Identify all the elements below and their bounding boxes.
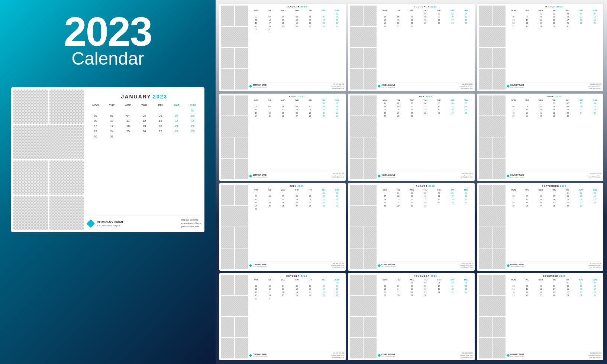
mini-day-header: SUN [459,9,473,12]
mini-month-name: MAY [419,95,425,98]
mini-footer: COMPANY NAMEyour company slogan000 000 0… [507,261,601,269]
company-info-block: COMPANY NAME your company slogan [97,220,124,227]
photo-pair [221,69,248,90]
photo-placeholder [493,338,506,358]
mini-day: 27 [520,114,534,117]
mini-month-name: SEPTEMBER [542,185,559,187]
mini-day: 18 [432,198,446,201]
mini-day: 08 [317,105,330,108]
mini-day: 12 [378,19,391,22]
mini-day [432,207,446,208]
photo-placeholder [493,95,506,116]
mini-day: 25 [575,22,588,25]
mini-company-slogan: your company slogan [510,86,524,88]
mini-day: 28 [548,294,561,297]
mini-month-name: DECEMBER [543,275,558,277]
calendar-day: 10 [104,118,120,123]
mini-footer: COMPANY NAMEyour company slogan000 000 0… [507,172,601,179]
mini-day: 13 [459,195,473,198]
mini-day: 11 [263,198,276,201]
mini-day: 14 [459,105,473,108]
calendar-day: 29 [185,129,201,134]
mini-footer: COMPANY NAMEyour company slogan000 000 0… [249,261,344,269]
mini-day: 06 [304,285,317,287]
mini-day-header: FRI [561,278,574,281]
mini-day [588,204,601,207]
mini-day: 18 [277,291,290,294]
mini-day: 13 [290,108,303,111]
mini-day-header: WED [277,9,290,12]
mini-day [304,297,317,300]
mini-day: 23 [330,201,344,204]
mini-photo-grid [350,185,377,269]
mini-day-header: SAT [446,99,459,102]
photo-placeholder [479,116,506,137]
mini-day: 21 [548,291,561,294]
calendar-day [136,108,152,113]
mini-day [304,192,317,195]
mini-month-name: JULY [290,185,297,187]
photo-placeholder [350,137,363,158]
photo-placeholder [235,69,248,90]
calendar-day: 19 [136,124,152,129]
mini-month-header: MAY 2023 [378,95,472,98]
mini-phone: 000 000 000 000 [331,173,344,175]
mini-day: 05 [277,195,290,198]
mini-day: 26 [378,25,391,28]
mini-day: 06 [392,15,405,18]
mini-company-name: COMPANY NAME [510,354,524,355]
mini-day: 06 [520,105,534,108]
mini-month-name: OCTOBER [286,275,300,277]
mini-day [446,207,459,208]
mini-day: 13 [304,287,317,290]
mini-footer: COMPANY NAMEyour company slogan000 000 0… [507,82,601,90]
mini-day-header: SAT [317,9,330,12]
mini-day: 07 [405,15,419,18]
mini-day [330,297,344,300]
mini-day: 06 [378,285,391,287]
mini-day [304,12,317,15]
mini-day: 15 [561,198,574,201]
mini-day-header: THU [419,188,432,191]
mini-day [520,192,534,195]
photo-placeholder [235,338,248,358]
mini-photo-grid [350,95,377,179]
calendar-day [152,108,168,113]
mini-day [548,192,561,195]
mini-day-header: SAT [575,278,588,281]
mini-day: 23 [432,22,446,25]
mini-day [561,118,574,118]
mini-day-header: MON [507,9,520,12]
mini-day: 08 [419,15,432,18]
photo-placeholder [479,248,492,269]
mini-day: 12 [446,195,459,198]
mini-day: 12 [520,198,534,201]
mini-day-header: SUN [330,278,344,281]
mini-day: 05 [446,192,459,195]
mini-day: 23 [405,201,419,204]
mini-day: 16 [249,22,263,25]
mini-day-header: WED [534,278,547,281]
mini-day-header: FRI [561,9,574,12]
mini-day: 24 [249,114,263,117]
mini-day: 13 [378,287,391,290]
mini-day: 23 [249,25,263,28]
photo-placeholder [49,160,84,195]
mini-day [290,102,303,105]
mini-day: 22 [419,22,432,25]
mini-day [520,12,534,15]
calendar-day: 09 [88,118,104,123]
mini-day: 18 [419,108,432,111]
mini-cal-content: NOVEMBER 2023MONTUEWEDTHUFRISATSUN010203… [378,275,472,359]
mini-day: 20 [520,111,534,114]
mini-day-header: SAT [317,278,330,281]
mini-day: 04 [277,15,290,18]
mini-day [378,28,391,29]
photo-placeholder [235,317,248,337]
mini-day-header: MON [507,99,520,102]
mini-day [534,281,547,284]
mini-day: 17 [263,291,276,294]
photo-placeholder [493,159,506,179]
mini-day: 15 [561,287,574,290]
mini-day: 18 [277,22,290,25]
